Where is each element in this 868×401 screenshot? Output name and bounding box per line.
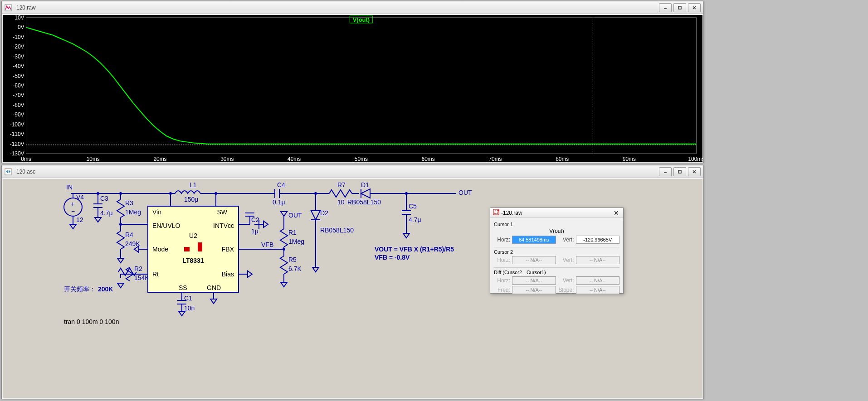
minimize-button[interactable] [659,167,672,176]
waveform-title: -120.raw [15,5,659,11]
svg-text:-30V: -30V [13,53,24,60]
svg-text:-70V: -70V [13,92,24,98]
svg-text:R1: R1 [288,229,297,236]
svg-text:4.7μ: 4.7μ [100,209,113,217]
port-arrow-icon [263,221,268,227]
svg-rect-2 [678,6,681,9]
ground-icon [117,258,124,263]
svg-text:C5: C5 [409,203,417,210]
cursor1-section-label: Cursor 1 [494,222,619,227]
svg-text:10V: 10V [15,15,24,21]
svg-text:EN/UVLO: EN/UVLO [152,222,180,229]
svg-rect-3 [26,18,696,154]
svg-text:U2: U2 [189,232,197,239]
close-button[interactable] [688,3,701,12]
cursor1-vert-value[interactable]: -120.96665V [576,236,620,244]
svg-text:-110V: -110V [10,131,24,137]
svg-text:20ms: 20ms [153,156,166,162]
cursor-dialog-titlebar[interactable]: LT -120.raw ✕ [490,208,623,218]
vert-label: Vert: [558,237,574,243]
waveform-window: -120.raw 10V0V-10V-20V-30V-40V-50V-60V-7… [1,1,704,163]
svg-text:C1: C1 [184,295,192,302]
svg-text:12: 12 [76,216,83,223]
svg-text:80ms: 80ms [556,156,569,162]
svg-text:-80V: -80V [13,102,24,108]
svg-text:LT8331: LT8331 [182,257,204,264]
port-arrow-icon [281,212,287,216]
maximize-button[interactable] [673,3,686,12]
resistor-r1[interactable] [280,229,288,247]
waveform-titlebar[interactable]: -120.raw [2,1,703,14]
svg-text:VFB: VFB [261,241,273,248]
cursor2-vert-value[interactable]: -- N/A-- [576,256,620,264]
svg-text:-90V: -90V [13,111,24,118]
resistor-r4[interactable] [117,231,124,249]
svg-text:SS: SS [179,284,187,291]
resistor-r7[interactable] [329,190,352,197]
svg-text:200K: 200K [98,285,113,293]
svg-text:INTVcc: INTVcc [213,222,234,229]
svg-text:L1: L1 [190,181,197,188]
maximize-button[interactable] [673,167,686,176]
svg-text:VFB = -0.8V: VFB = -0.8V [375,254,410,261]
minimize-button[interactable] [659,3,672,12]
svg-text:100ms: 100ms [688,156,702,162]
svg-text:开关频率：: 开关频率： [64,285,96,293]
ground-icon [70,224,76,229]
svg-text:D2: D2 [320,209,328,217]
svg-text:FBX: FBX [222,246,234,253]
cursor2-horz-value[interactable]: -- N/A-- [512,256,556,264]
waveform-plot-area[interactable]: 10V0V-10V-20V-30V-40V-50V-60V-70V-80V-90… [3,15,702,162]
diode-d2[interactable] [311,211,320,220]
ground-icon [281,282,287,287]
cursor1-horz-value[interactable]: 84.581498ms [512,236,556,244]
schematic-app-icon [5,168,12,175]
svg-text:GND: GND [207,284,221,291]
cursor-dialog-icon: LT [493,209,499,217]
svg-text:D1: D1 [361,181,369,188]
diff-slope-value: -- N/A-- [576,286,620,294]
svg-text:VOUT = VFB X (R1+R5)/R5: VOUT = VFB X (R1+R5)/R5 [375,246,454,253]
svg-text:RB058L150: RB058L150 [320,227,354,234]
svg-text:154K: 154K [134,274,149,281]
svg-text:4.7μ: 4.7μ [409,216,421,223]
cursor2-section-label: Cursor 2 [494,249,619,255]
ground-icon [403,233,410,238]
svg-text:-20V: -20V [13,43,24,50]
svg-text:R3: R3 [125,199,133,207]
close-button[interactable] [688,167,701,176]
svg-text:-120V: -120V [10,141,24,147]
svg-text:−: − [71,208,75,215]
diode-d1[interactable] [361,189,370,198]
port-arrow-icon [248,271,252,277]
ground-icon [312,267,319,272]
cursor-dialog[interactable]: LT -120.raw ✕ Cursor 1 V(out) Horz: 84.5… [490,208,624,294]
svg-text:SW: SW [217,208,227,216]
svg-text:10ms: 10ms [87,156,100,162]
svg-text:C4: C4 [277,181,285,188]
resistor-r5[interactable] [280,256,288,274]
inductor-l1[interactable] [175,191,200,193]
svg-text:0.1μ: 0.1μ [273,198,285,206]
svg-text:50ms: 50ms [355,156,368,162]
svg-text:R5: R5 [288,256,297,263]
svg-text:60ms: 60ms [422,156,435,162]
resistor-r3[interactable] [117,199,124,217]
svg-text:R7: R7 [337,181,346,188]
diff-vert-value: -- N/A-- [576,276,620,285]
svg-text:150μ: 150μ [184,196,198,203]
svg-text:tran 0 100m 0 100n: tran 0 100m 0 100n [64,318,119,325]
svg-text:C3: C3 [100,195,108,202]
net-label-in: IN [66,184,73,191]
waveform-svg: 10V0V-10V-20V-30V-40V-50V-60V-70V-80V-90… [3,15,702,162]
svg-text:10: 10 [337,198,345,206]
svg-text:0V: 0V [18,24,24,30]
svg-text:-40V: -40V [13,63,24,69]
svg-text:Bias: Bias [222,271,234,278]
diff-freq-value: -- N/A-- [512,286,556,294]
ground-icon [95,217,101,222]
svg-text:70ms: 70ms [488,156,502,162]
close-icon[interactable]: ✕ [612,209,620,217]
schematic-titlebar[interactable]: -120.asc [2,165,703,178]
svg-point-63 [97,192,99,195]
